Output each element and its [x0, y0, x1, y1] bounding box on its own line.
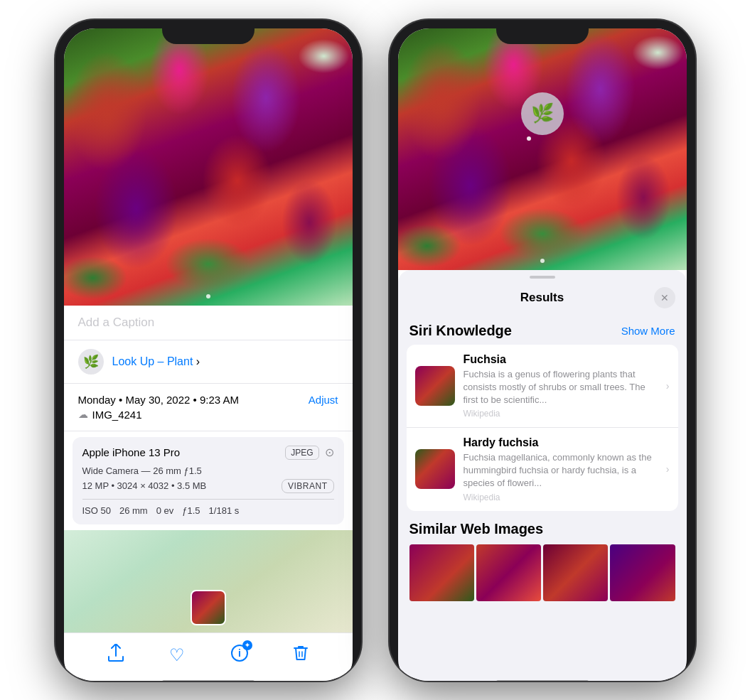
map-area[interactable]	[64, 530, 353, 632]
fuchsia-thumbnail	[415, 366, 455, 406]
knowledge-card: Fuchsia Fuchsia is a genus of flowering …	[407, 345, 678, 511]
left-phone-screen: Add a Caption 🌿 Look Up – Plant › Monday…	[64, 28, 353, 681]
similar-image-4[interactable]	[610, 544, 675, 601]
left-phone: Add a Caption 🌿 Look Up – Plant › Monday…	[55, 20, 361, 681]
focal-spec: 26 mm	[119, 505, 148, 516]
flower-photo-right[interactable]: 🌿	[398, 28, 687, 270]
hardy-source: Wikipedia	[464, 492, 658, 502]
favorite-button[interactable]: ♡	[169, 645, 185, 665]
delete-button[interactable]	[294, 645, 308, 666]
meta-section: Monday • May 30, 2022 • 9:23 AM Adjust ☁…	[64, 384, 353, 431]
phone-notch-right	[496, 20, 589, 44]
device-badges: JPEG ⊙	[285, 446, 333, 460]
fuchsia-chevron: ›	[666, 380, 670, 392]
page-dot-right	[540, 259, 545, 263]
similar-image-3[interactable]	[543, 544, 608, 601]
filename: IMG_4241	[92, 409, 142, 421]
location-icon: ⊙	[325, 446, 334, 459]
results-content[interactable]: Siri Knowledge Show More Fuchsia Fuchsia…	[398, 314, 687, 681]
hardy-title: Hardy fuchsia	[464, 436, 658, 449]
cloud-icon: ☁	[78, 409, 88, 420]
page-dot-indicator	[206, 294, 210, 298]
similar-section: Similar Web Images	[398, 512, 687, 607]
lookup-row[interactable]: 🌿 Look Up – Plant ›	[64, 340, 353, 384]
flower-photo-left[interactable]	[64, 28, 353, 306]
svg-text:i: i	[238, 647, 241, 659]
shutter-spec: 1/181 s	[209, 505, 240, 516]
home-indicator	[162, 680, 255, 681]
meta-date-row: Monday • May 30, 2022 • 9:23 AM Adjust	[78, 394, 338, 406]
home-indicator-right	[496, 680, 589, 681]
hardy-thumbnail	[415, 449, 455, 489]
fuchsia-text: Fuchsia Fuchsia is a genus of flowering …	[464, 353, 658, 419]
similar-images-row	[409, 544, 675, 601]
toolbar: ♡ i ✦	[64, 632, 353, 681]
caption-area[interactable]: Add a Caption	[64, 306, 353, 340]
siri-dot	[527, 136, 531, 141]
siri-button[interactable]: 🌿	[521, 92, 564, 135]
lookup-label: Look Up – Plant ›	[112, 355, 200, 368]
map-thumbnail	[191, 590, 226, 625]
lookup-icon: 🌿	[78, 349, 104, 375]
aperture-spec: ƒ1.5	[182, 505, 200, 516]
results-panel: Results ✕ Siri Knowledge Show More Fuchs…	[398, 270, 687, 681]
camera-specs: Wide Camera — 26 mm ƒ1.5	[82, 465, 334, 476]
results-title: Results	[431, 291, 654, 305]
photo-date: Monday • May 30, 2022 • 9:23 AM	[78, 394, 239, 406]
show-more-button[interactable]: Show More	[621, 325, 675, 337]
share-button[interactable]	[108, 644, 124, 667]
flower-background	[64, 28, 353, 306]
similar-image-1[interactable]	[409, 544, 474, 601]
siri-knowledge-title: Siri Knowledge	[409, 323, 512, 339]
similar-image-2[interactable]	[476, 544, 541, 601]
info-badge: ✦	[242, 640, 252, 650]
info-button[interactable]: i ✦	[231, 645, 248, 666]
file-specs: 12 MP • 3024 × 4032 • 3.5 MB	[82, 480, 207, 491]
jpeg-badge[interactable]: JPEG	[285, 446, 318, 460]
fuchsia-title: Fuchsia	[464, 353, 658, 366]
flower-background-right	[398, 28, 687, 270]
ev-spec: 0 ev	[156, 505, 174, 516]
knowledge-item-hardy[interactable]: Hardy fuchsia Fuchsia magellanica, commo…	[407, 427, 678, 511]
vibrant-badge[interactable]: VIBRANT	[282, 479, 334, 493]
tech-specs-row: ISO 50 26 mm 0 ev ƒ1.5 1/181 s	[82, 499, 334, 516]
device-name: Apple iPhone 13 Pro	[82, 446, 181, 458]
knowledge-item-fuchsia[interactable]: Fuchsia Fuchsia is a genus of flowering …	[407, 345, 678, 428]
close-button[interactable]: ✕	[654, 287, 675, 308]
file-specs-row: 12 MP • 3024 × 4032 • 3.5 MB VIBRANT	[82, 479, 334, 493]
caption-placeholder[interactable]: Add a Caption	[78, 316, 155, 329]
device-section: Apple iPhone 13 Pro JPEG ⊙ Wide Camera —…	[73, 437, 344, 524]
filename-row: ☁ IMG_4241	[78, 409, 338, 421]
right-phone-screen: 🌿 Results ✕ Siri Knowledge Show More	[398, 28, 687, 681]
right-phone: 🌿 Results ✕ Siri Knowledge Show More	[390, 20, 695, 681]
fuchsia-description: Fuchsia is a genus of flowering plants t…	[464, 368, 658, 407]
device-header: Apple iPhone 13 Pro JPEG ⊙	[82, 446, 334, 460]
similar-title: Similar Web Images	[409, 521, 675, 537]
adjust-button[interactable]: Adjust	[309, 394, 338, 406]
hardy-chevron: ›	[666, 463, 670, 475]
hardy-text: Hardy fuchsia Fuchsia magellanica, commo…	[464, 436, 658, 502]
phone-notch	[162, 20, 255, 44]
fuchsia-source: Wikipedia	[464, 409, 658, 419]
results-header: Results ✕	[398, 279, 687, 314]
siri-knowledge-header: Siri Knowledge Show More	[398, 314, 687, 345]
iso-spec: ISO 50	[82, 505, 111, 516]
hardy-description: Fuchsia magellanica, commonly known as t…	[464, 451, 658, 490]
